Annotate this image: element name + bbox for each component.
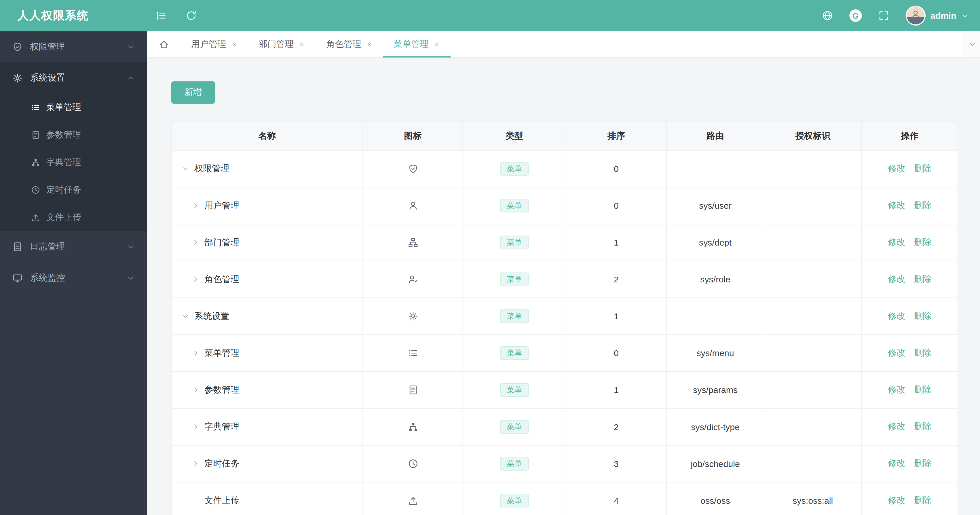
- column-header-perms: 授权标识: [764, 121, 862, 150]
- add-button[interactable]: 新增: [171, 81, 215, 103]
- route-cell: sys/user: [667, 187, 764, 224]
- app-logo: 人人权限系统: [0, 8, 147, 23]
- gear-icon: [408, 311, 418, 321]
- sidebar-submenu: 菜单管理 参数管理 字典管理 定时任务 文件上传: [0, 94, 147, 232]
- menu-name: 部门管理: [204, 237, 240, 247]
- delete-link[interactable]: 删除: [914, 348, 932, 358]
- sidebar-item-system-monitor[interactable]: 系统监控: [0, 262, 147, 294]
- table-row: 用户管理 菜单 0 sys/user 修改删除: [172, 187, 958, 224]
- table-row: 定时任务 菜单 3 job/schedule 修改删除: [172, 445, 958, 482]
- edit-link[interactable]: 修改: [888, 458, 905, 468]
- sort-cell: 0: [566, 150, 667, 187]
- sidebar-item-label: 权限管理: [30, 41, 65, 52]
- fullscreen-icon[interactable]: [878, 10, 889, 21]
- type-badge: 菜单: [500, 199, 529, 213]
- table-row: 部门管理 菜单 1 sys/dept 修改删除: [172, 224, 958, 261]
- chevron-right-icon[interactable]: [192, 423, 199, 431]
- table-row: 角色管理 菜单 2 sys/role 修改删除: [172, 261, 958, 298]
- refresh-icon[interactable]: [186, 10, 197, 21]
- sidebar-item-file-upload[interactable]: 文件上传: [0, 204, 147, 232]
- app-window: 人人权限系统 G admin 权限管理 系统设置: [0, 0, 980, 515]
- tab-user-management[interactable]: 用户管理: [180, 31, 248, 57]
- edit-link[interactable]: 修改: [888, 311, 905, 321]
- delete-link[interactable]: 删除: [914, 495, 932, 505]
- route-cell: sys/menu: [667, 335, 764, 372]
- close-icon[interactable]: [434, 41, 440, 47]
- type-badge: 菜单: [500, 235, 529, 249]
- delete-link[interactable]: 删除: [914, 200, 932, 210]
- sidebar-item-permission[interactable]: 权限管理: [0, 31, 147, 63]
- table-row: 权限管理 菜单 0 修改删除: [172, 150, 958, 187]
- delete-link[interactable]: 删除: [914, 311, 932, 321]
- g-badge-icon[interactable]: G: [849, 10, 862, 22]
- delete-link[interactable]: 删除: [914, 421, 932, 431]
- edit-link[interactable]: 修改: [888, 274, 905, 284]
- globe-icon[interactable]: [822, 10, 833, 21]
- tab-list-dropdown[interactable]: [964, 31, 980, 57]
- chevron-right-icon[interactable]: [192, 386, 199, 394]
- document-icon: [31, 131, 40, 139]
- type-badge: 菜单: [500, 346, 529, 360]
- sidebar-item-scheduled-tasks[interactable]: 定时任务: [0, 176, 147, 204]
- shield-icon: [408, 164, 418, 174]
- sidebar-item-label: 定时任务: [46, 184, 81, 196]
- chevron-right-icon[interactable]: [192, 350, 199, 357]
- top-header: 人人权限系统 G admin: [0, 0, 980, 31]
- tab-dept-management[interactable]: 部门管理: [248, 31, 315, 57]
- route-cell: [667, 150, 764, 187]
- sort-cell: 3: [566, 445, 667, 482]
- sidebar-item-label: 系统设置: [30, 73, 65, 84]
- edit-link[interactable]: 修改: [888, 163, 905, 173]
- tab-role-management[interactable]: 角色管理: [315, 31, 383, 57]
- delete-link[interactable]: 删除: [914, 458, 932, 468]
- edit-link[interactable]: 修改: [888, 384, 905, 394]
- edit-link[interactable]: 修改: [888, 348, 905, 358]
- menu-fold-icon[interactable]: [156, 10, 167, 21]
- username: admin: [931, 11, 956, 21]
- type-badge: 菜单: [500, 457, 529, 470]
- close-icon[interactable]: [299, 41, 305, 47]
- sidebar-item-params-management[interactable]: 参数管理: [0, 121, 147, 149]
- user-menu[interactable]: admin: [905, 6, 969, 25]
- sitemap-icon: [408, 237, 418, 248]
- chevron-right-icon[interactable]: [192, 460, 199, 467]
- delete-link[interactable]: 删除: [914, 237, 932, 247]
- chevron-down-icon: [127, 43, 134, 51]
- avatar[interactable]: [905, 6, 925, 25]
- upload-icon: [31, 213, 40, 222]
- sidebar-item-menu-management[interactable]: 菜单管理: [0, 94, 147, 121]
- sitemap-icon: [408, 422, 418, 432]
- user-icon: [408, 201, 418, 211]
- column-header-name: 名称: [172, 121, 363, 150]
- edit-link[interactable]: 修改: [888, 237, 905, 247]
- close-icon[interactable]: [366, 41, 372, 47]
- sidebar-item-log-management[interactable]: 日志管理: [0, 231, 147, 262]
- tab-menu-management[interactable]: 菜单管理: [383, 31, 450, 57]
- tab-home[interactable]: [147, 31, 180, 57]
- chevron-down-icon[interactable]: [182, 313, 189, 320]
- sidebar-item-system-settings[interactable]: 系统设置: [0, 62, 147, 94]
- sidebar-item-dict-management[interactable]: 字典管理: [0, 149, 147, 176]
- perms-cell: [764, 445, 862, 482]
- chevron-down-icon[interactable]: [182, 165, 189, 172]
- sidebar-item-label: 参数管理: [46, 129, 81, 140]
- edit-link[interactable]: 修改: [888, 200, 905, 210]
- menu-name: 菜单管理: [204, 348, 240, 358]
- chevron-right-icon[interactable]: [192, 276, 199, 283]
- perms-cell: [764, 335, 862, 372]
- close-icon[interactable]: [231, 41, 237, 47]
- chevron-right-icon[interactable]: [192, 202, 199, 210]
- column-header-sort: 排序: [566, 121, 667, 150]
- menu-table: 名称 图标 类型 排序 路由 授权标识 操作 权限管理 菜单 0: [171, 121, 958, 515]
- tab-label: 部门管理: [259, 38, 294, 50]
- table-row: 参数管理 菜单 1 sys/params 修改删除: [172, 372, 958, 409]
- edit-link[interactable]: 修改: [888, 421, 905, 431]
- edit-link[interactable]: 修改: [888, 495, 905, 505]
- chevron-right-icon[interactable]: [192, 239, 199, 246]
- column-header-actions: 操作: [862, 121, 958, 150]
- menu-name: 字典管理: [204, 421, 240, 431]
- route-cell: sys/role: [667, 261, 764, 298]
- delete-link[interactable]: 删除: [914, 384, 932, 394]
- delete-link[interactable]: 删除: [914, 163, 932, 173]
- delete-link[interactable]: 删除: [914, 274, 932, 284]
